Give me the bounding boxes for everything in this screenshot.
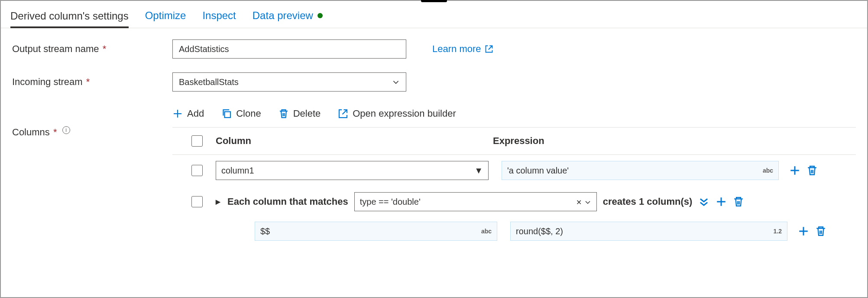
dropdown-caret-icon: ▼ [474, 166, 483, 176]
type-badge: abc [481, 228, 492, 235]
info-icon[interactable]: i [62, 126, 70, 134]
columns-label-text: Columns [12, 127, 50, 138]
columns-label: Columns * i [12, 105, 172, 247]
tab-bar: Derived column's settings Optimize Inspe… [1, 1, 867, 28]
delete-row-icon[interactable] [806, 165, 818, 176]
tab-data-preview[interactable]: Data preview [253, 6, 323, 28]
column-name-select[interactable]: column1 ▼ [216, 161, 489, 180]
incoming-stream-label: Incoming stream * [12, 76, 172, 88]
tab-data-preview-label: Data preview [253, 10, 313, 22]
row-checkbox[interactable] [191, 165, 203, 176]
add-label: Add [187, 108, 204, 119]
tab-optimize[interactable]: Optimize [145, 6, 186, 28]
clear-icon[interactable]: ✕ [576, 199, 582, 206]
tab-inspect[interactable]: Inspect [202, 6, 236, 28]
pattern-expression-value: round($$, 2) [516, 226, 563, 236]
expression-value: 'a column value' [507, 166, 569, 176]
open-expression-builder-button[interactable]: Open expression builder [338, 108, 456, 119]
select-all-checkbox[interactable] [191, 135, 203, 147]
add-row-icon[interactable] [798, 226, 809, 237]
required-asterisk-icon: * [86, 76, 90, 87]
table-row: column1 ▼ 'a column value' abc [172, 155, 856, 186]
learn-more-text: Learn more [432, 43, 481, 55]
pattern-name-input[interactable]: $$ abc [255, 222, 497, 241]
expression-header: Expression [493, 135, 544, 147]
type-badge: abc [763, 167, 773, 174]
expression-input[interactable]: 'a column value' abc [502, 161, 779, 180]
pattern-row: ▶ Each column that matches type == 'doub… [172, 186, 856, 217]
delete-button[interactable]: Delete [279, 108, 321, 119]
trash-icon [279, 108, 289, 119]
chevron-down-icon[interactable] [584, 199, 591, 206]
pattern-sub-row: $$ abc round($$, 2) 1.2 [172, 217, 856, 247]
column-header: Column [216, 135, 493, 147]
collapse-triangle-icon[interactable]: ▶ [216, 198, 220, 205]
output-stream-input[interactable] [172, 39, 406, 59]
plus-icon [172, 108, 183, 119]
required-asterisk-icon: * [103, 43, 107, 54]
pattern-suffix-text: creates 1 column(s) [603, 196, 693, 207]
columns-header-row: Column Expression [172, 128, 856, 155]
tab-settings[interactable]: Derived column's settings [10, 7, 129, 28]
add-row-icon[interactable] [789, 165, 800, 176]
pattern-condition-input[interactable]: type == 'double' ✕ [354, 192, 597, 211]
pattern-prefix-text: Each column that matches [227, 196, 348, 207]
output-stream-label: Output stream name * [12, 43, 172, 55]
copy-icon [221, 108, 232, 119]
type-badge: 1.2 [774, 228, 782, 235]
add-button[interactable]: Add [172, 108, 204, 119]
column-name-value: column1 [221, 166, 254, 176]
incoming-stream-select[interactable]: BasketballStats [172, 72, 406, 92]
incoming-stream-value: BasketballStats [179, 77, 239, 87]
external-link-icon [338, 108, 348, 119]
row-checkbox[interactable] [191, 196, 203, 207]
double-chevron-down-icon[interactable] [698, 196, 709, 207]
delete-row-icon[interactable] [733, 196, 744, 207]
preview-status-dot-icon [317, 13, 323, 18]
clone-button[interactable]: Clone [221, 108, 261, 119]
panel-resize-handle[interactable] [421, 0, 447, 2]
svg-rect-0 [225, 112, 231, 118]
output-stream-label-text: Output stream name [12, 43, 99, 54]
learn-more-link[interactable]: Learn more [432, 43, 493, 55]
incoming-stream-label-text: Incoming stream [12, 76, 83, 87]
delete-label: Delete [293, 108, 321, 119]
columns-toolbar: Add Clone Delete Open expression builder [172, 105, 856, 128]
clone-label: Clone [236, 108, 261, 119]
chevron-down-icon [392, 78, 400, 86]
delete-row-icon[interactable] [815, 226, 826, 237]
pattern-name-value: $$ [260, 226, 270, 236]
required-asterisk-icon: * [53, 127, 57, 138]
external-link-icon [485, 45, 493, 53]
pattern-condition-value: type == 'double' [360, 197, 421, 207]
add-row-icon[interactable] [716, 196, 727, 207]
pattern-expression-input[interactable]: round($$, 2) 1.2 [510, 222, 787, 241]
open-builder-label: Open expression builder [353, 108, 456, 119]
